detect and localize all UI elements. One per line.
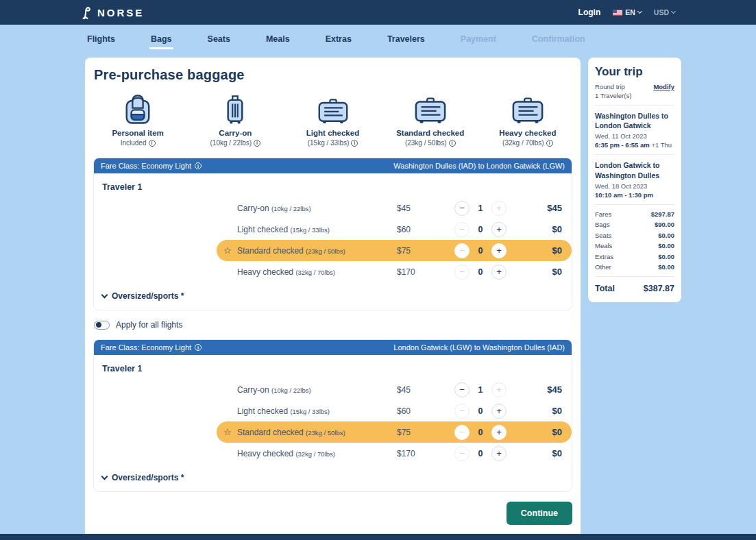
leg-date: Wed, 11 Oct 2023: [595, 132, 674, 140]
bag-row-label: Light checked (15kg / 33lbs): [237, 225, 397, 234]
bag-row-price: $60: [397, 406, 454, 416]
info-icon[interactable]: i: [254, 140, 260, 147]
plus-button: +: [491, 201, 507, 216]
tab-extras[interactable]: Extras: [326, 34, 352, 44]
bag-row-label: Light checked (15kg / 33lbs): [237, 406, 397, 416]
leg-date: Wed, 18 Oct 2023: [595, 182, 674, 190]
bag-row-label: Heavy checked (32kg / 70lbs): [237, 267, 397, 277]
bag-row-heavy-checked: Heavy checked (32kg / 70lbs) $170 − 0 + …: [217, 261, 572, 282]
carry-on-bag-icon: [225, 91, 245, 125]
quantity-value: 1: [476, 385, 485, 395]
trip-leg-outbound: Washington Dulles to London Gatwick Wed,…: [595, 111, 674, 149]
quantity-stepper: − 0 +: [454, 446, 530, 461]
bag-row-light-checked: Light checked (15kg / 33lbs) $60 − 0 + $…: [217, 400, 572, 421]
tab-flights[interactable]: Flights: [87, 34, 115, 44]
leg-times: 10:10 am - 1:30 pm: [595, 191, 674, 199]
quantity-stepper: − 0 +: [454, 243, 530, 258]
quantity-value: 0: [476, 225, 485, 234]
bag-row-price: $170: [397, 267, 454, 277]
fare-section-return: Fare Class: Economy Light i London Gatwi…: [93, 339, 572, 492]
info-icon[interactable]: i: [149, 140, 156, 147]
chevron-down-icon: [101, 473, 108, 480]
quantity-stepper: − 1 +: [454, 201, 530, 216]
bag-row-price: $45: [397, 204, 454, 213]
quantity-value: 0: [476, 267, 485, 277]
bag-row-total: $0: [530, 448, 562, 458]
baggage-type-detail: (10kg / 22lbs) i: [210, 139, 261, 147]
tab-seats[interactable]: Seats: [208, 34, 230, 44]
baggage-type-detail: (32kg / 70lbs) i: [502, 139, 553, 147]
baggage-type-name: Standard checked: [396, 129, 464, 137]
checkout-steps-nav: Flights Bags Seats Meals Extras Traveler…: [0, 25, 756, 53]
tab-meals[interactable]: Meals: [266, 34, 290, 44]
fare-class-label: Fare Class: Economy Light: [101, 162, 191, 170]
apply-all-flights-toggle[interactable]: [94, 321, 110, 330]
oversized-sports-expander[interactable]: Oversized/sports *: [94, 282, 572, 310]
fare-class-banner: Fare Class: Economy Light i Washington D…: [94, 158, 572, 173]
minus-button: −: [454, 222, 470, 237]
tab-confirmation: Confirmation: [532, 34, 585, 44]
minus-button: −: [454, 425, 470, 440]
chevron-down-icon: [637, 9, 642, 14]
bag-row-total: $45: [530, 203, 562, 213]
baggage-type-detail: Included i: [121, 139, 156, 147]
baggage-type-detail: (23kg / 50lbs) i: [405, 139, 456, 147]
quantity-stepper: − 0 +: [454, 425, 530, 440]
baggage-type-standard-checked: Standard checked (23kg / 50lbs) i: [382, 91, 479, 147]
suitcase-icon: [511, 91, 544, 125]
toggle-knob: [96, 322, 101, 328]
price-row-bags: Bags$90.00: [595, 221, 674, 228]
info-icon[interactable]: i: [351, 140, 358, 147]
info-icon[interactable]: i: [195, 344, 202, 351]
info-icon[interactable]: i: [449, 140, 456, 147]
bag-row-label: Standard checked (23kg / 50lbs): [237, 428, 397, 437]
bag-row-price: $75: [397, 246, 454, 256]
currency-selector[interactable]: USD: [654, 8, 675, 16]
tab-travelers[interactable]: Travelers: [387, 34, 425, 44]
price-row-meals: Meals$0.00: [595, 242, 674, 249]
minus-button[interactable]: −: [454, 201, 470, 216]
plus-button[interactable]: +: [491, 404, 507, 419]
total-value: $387.87: [644, 284, 674, 293]
plus-button[interactable]: +: [491, 243, 507, 258]
quantity-stepper: − 0 +: [454, 404, 530, 419]
bag-row-carry-on: Carry-on (10kg / 22lbs) $45 − 1 + $45: [217, 379, 572, 400]
bag-row-label: Carry-on (10kg / 22lbs): [237, 385, 397, 395]
us-flag-icon: [613, 10, 622, 16]
baggage-type-personal-item: Personal item Included i: [89, 91, 186, 147]
baggage-type-strip: Personal item Included i Carry-on: [89, 91, 576, 147]
baggage-type-heavy-checked: Heavy checked (32kg / 70lbs) i: [479, 91, 576, 147]
info-icon[interactable]: i: [195, 162, 202, 169]
quantity-value: 0: [476, 246, 485, 256]
apply-all-flights-row: Apply for all flights: [94, 320, 572, 330]
minus-button[interactable]: −: [454, 382, 470, 397]
norse-logo[interactable]: NORSE: [81, 5, 144, 19]
plus-button[interactable]: +: [491, 265, 507, 280]
total-label: Total: [595, 284, 615, 293]
bag-row-label: Heavy checked (32kg / 70lbs): [237, 449, 397, 458]
trip-leg-return: London Gatwick to Washington Dulles Wed,…: [595, 160, 674, 198]
fare-section-outbound: Fare Class: Economy Light i Washington D…: [93, 158, 572, 310]
footer-bar: [0, 534, 756, 540]
modify-link[interactable]: Modify: [653, 83, 674, 90]
star-icon: ☆: [217, 245, 237, 256]
suitcase-icon: [317, 91, 349, 125]
minus-button: −: [454, 404, 470, 419]
info-icon[interactable]: i: [546, 140, 553, 147]
chevron-down-icon: [101, 291, 108, 298]
bag-row-price: $60: [397, 225, 454, 234]
quantity-stepper: − 0 +: [454, 222, 530, 237]
login-button[interactable]: Login: [578, 8, 601, 17]
language-selector[interactable]: EN: [613, 8, 642, 16]
plus-button[interactable]: +: [491, 425, 507, 440]
plus-button[interactable]: +: [491, 222, 507, 237]
baggage-type-detail: (15kg / 33lbs) i: [308, 139, 358, 147]
baggage-type-name: Heavy checked: [499, 129, 556, 137]
bag-row-total: $0: [530, 406, 562, 416]
bag-row-price: $45: [397, 385, 454, 395]
tab-bags[interactable]: Bags: [151, 34, 172, 44]
continue-button[interactable]: Continue: [507, 502, 572, 525]
plus-button[interactable]: +: [491, 446, 507, 461]
oversized-sports-expander[interactable]: Oversized/sports *: [94, 464, 572, 491]
star-icon: ☆: [217, 427, 237, 437]
